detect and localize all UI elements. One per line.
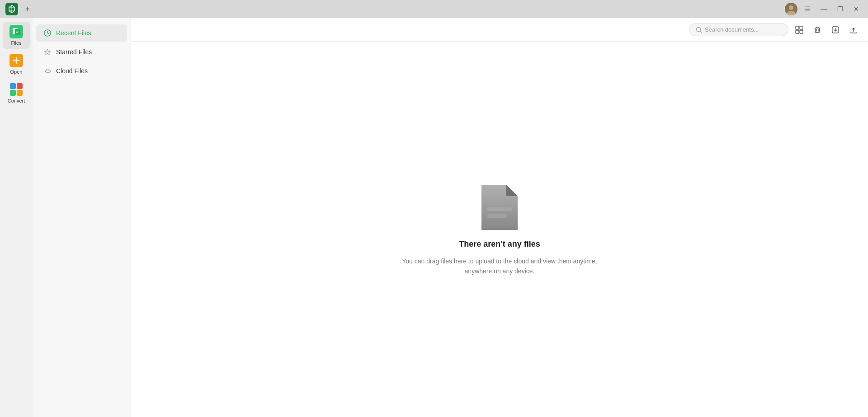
- nav-sidebar: Recent Files Starred Files Cloud Files: [33, 18, 131, 417]
- files-icon: [9, 25, 23, 38]
- svg-rect-13: [17, 83, 23, 89]
- empty-file-illustration: [477, 183, 522, 232]
- minimize-button[interactable]: —: [817, 3, 830, 15]
- upload-button[interactable]: [846, 23, 861, 37]
- user-avatar[interactable]: [785, 3, 797, 15]
- sidebar-item-open[interactable]: Open: [3, 51, 30, 78]
- svg-rect-12: [10, 83, 16, 89]
- empty-state-description: You can drag files here to upload to the…: [402, 256, 597, 276]
- nav-item-recent[interactable]: Recent Files: [36, 24, 127, 42]
- svg-rect-7: [16, 31, 19, 32]
- svg-rect-23: [487, 207, 512, 211]
- recent-label: Recent Files: [56, 29, 91, 37]
- svg-rect-19: [800, 26, 803, 29]
- svg-point-2: [789, 5, 793, 10]
- open-label: Open: [10, 69, 23, 75]
- sidebar-item-files[interactable]: Files: [3, 22, 30, 49]
- starred-label: Starred Files: [56, 48, 92, 56]
- svg-rect-15: [17, 90, 23, 96]
- titlebar-right: ☰ — ❐ ✕: [785, 3, 863, 15]
- empty-state-title: There aren't any files: [459, 239, 540, 249]
- convert-icon: [9, 83, 23, 96]
- search-icon: [696, 27, 702, 33]
- grid-view-button[interactable]: [792, 23, 807, 37]
- svg-rect-18: [796, 26, 799, 29]
- nav-item-cloud[interactable]: Cloud Files: [36, 62, 127, 80]
- convert-label: Convert: [8, 98, 25, 103]
- cloud-label: Cloud Files: [56, 67, 88, 75]
- star-icon: [43, 48, 52, 56]
- app-body: Files Open Conv: [0, 18, 868, 417]
- titlebar: + ☰ — ❐ ✕: [0, 0, 868, 18]
- close-button[interactable]: ✕: [850, 3, 863, 15]
- cloud-icon: [43, 67, 52, 75]
- menu-button[interactable]: ☰: [801, 3, 814, 15]
- maximize-button[interactable]: ❐: [834, 3, 846, 15]
- download-button[interactable]: [828, 23, 843, 37]
- svg-rect-21: [800, 30, 803, 33]
- icon-sidebar: Files Open Conv: [0, 18, 33, 417]
- toolbar: Search documents...: [131, 18, 868, 42]
- search-box[interactable]: Search documents...: [689, 23, 788, 36]
- nav-item-starred[interactable]: Starred Files: [36, 43, 127, 61]
- app-logo: [5, 3, 18, 15]
- search-placeholder: Search documents...: [705, 26, 759, 33]
- svg-rect-20: [796, 30, 799, 33]
- open-icon: [9, 54, 23, 67]
- main-content: Search documents...: [131, 18, 868, 417]
- svg-rect-8: [16, 32, 18, 33]
- recent-icon: [43, 29, 52, 37]
- empty-state: There aren't any files You can drag file…: [131, 42, 868, 417]
- svg-rect-14: [10, 90, 16, 96]
- titlebar-left: +: [5, 3, 33, 15]
- files-label: Files: [11, 40, 21, 46]
- trash-button[interactable]: [810, 23, 825, 37]
- svg-rect-24: [487, 214, 507, 218]
- sidebar-item-convert[interactable]: Convert: [3, 80, 30, 107]
- new-tab-button[interactable]: +: [23, 4, 33, 14]
